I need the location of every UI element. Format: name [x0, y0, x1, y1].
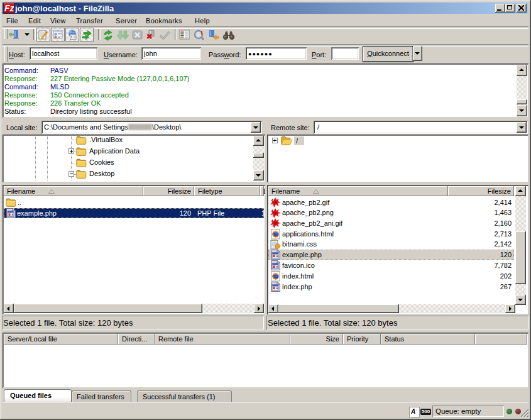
- svg-text:Fz: Fz: [4, 3, 14, 13]
